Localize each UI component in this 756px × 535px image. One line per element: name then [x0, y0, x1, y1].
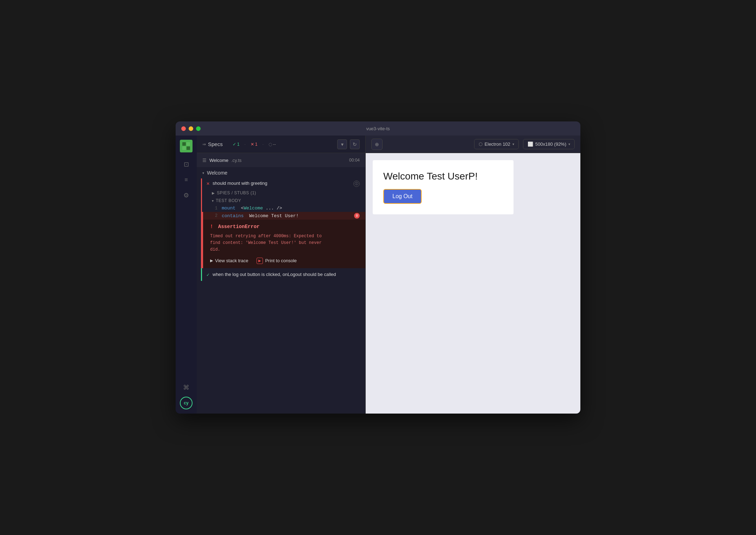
spec-header: ⇒ Specs ✓ 1 · ✕ 1 ·	[197, 136, 365, 153]
minimize-button[interactable]	[189, 126, 193, 131]
file-time: 00:04	[349, 158, 360, 163]
pass-test-row[interactable]: ✓ when the log out button is clicked, on…	[202, 270, 365, 279]
pass-count: 1	[237, 142, 240, 147]
maximize-button[interactable]	[196, 126, 201, 131]
target-button[interactable]: ⊕	[371, 139, 383, 150]
fail-count: 1	[255, 142, 258, 147]
print-icon: ▶	[257, 258, 263, 264]
arrow-right-icon: ▶	[210, 258, 213, 263]
app-window: vue3-vite-ts ⊡ ≡ ⚙	[176, 121, 580, 414]
cypress-logo[interactable]: cy	[180, 397, 193, 409]
print-label: Print to console	[265, 258, 297, 263]
window-title: vue3-vite-ts	[366, 126, 390, 131]
fail-test-label: should mount with greeting	[213, 181, 351, 186]
test-body-label-text: TEST BODY	[216, 198, 241, 203]
error-title: ! AssertionError	[210, 224, 360, 229]
view-stack-button[interactable]: ▶ View stack trace	[210, 258, 248, 264]
info-button[interactable]: ⓘ	[353, 181, 360, 187]
logo-block-tr	[187, 142, 190, 146]
pass-icon: ✓	[206, 272, 210, 277]
preview-panel: ⊕ ⬡ Electron 102 ▾ ⬜ 500x180 (92%) ▾	[366, 136, 580, 414]
target-icon: ⊕	[375, 141, 379, 147]
stat-sep-1: ·	[244, 142, 245, 147]
browser-icon: ⬡	[479, 141, 483, 147]
exclaim-icon: !	[210, 224, 213, 229]
dropdown-button[interactable]: ▾	[337, 139, 347, 149]
refresh-button[interactable]: ↻	[350, 139, 360, 149]
preview-frame: Welcome Test UserP! Log Out	[373, 160, 514, 214]
pass-stat: ✓ 1	[230, 141, 242, 147]
passing-section: ✓ when the log out button is clicked, on…	[201, 268, 365, 281]
line-num-1: 1	[212, 206, 218, 211]
pending-count: --	[273, 142, 276, 147]
expand-arrow-icon: ▶	[212, 191, 215, 195]
logout-button[interactable]: Log Out	[383, 189, 422, 204]
file-name: Welcome	[209, 158, 228, 163]
file-ext: .cy.ts	[231, 158, 241, 163]
settings-icon: ⚙	[183, 191, 189, 199]
spec-panel: ⇒ Specs ✓ 1 · ✕ 1 ·	[197, 136, 366, 414]
viewport-selector[interactable]: ⬜ 500x180 (92%) ▾	[523, 139, 575, 149]
failing-section: ✕ should mount with greeting ⓘ ▶ SPIES /…	[201, 178, 365, 268]
suite-header: ▾ Welcome	[197, 167, 365, 178]
fail-test-row[interactable]: ✕ should mount with greeting ⓘ	[202, 178, 365, 189]
fail-icon: ✕	[206, 181, 210, 186]
error-badge: 0	[354, 213, 360, 219]
test-content: ▾ Welcome ✕ should mount with greeting ⓘ	[197, 167, 365, 414]
suite-chevron-icon: ▾	[202, 171, 204, 175]
list-icon: ≡	[184, 177, 188, 183]
error-message: Timed out retrying after 4000ms: Expecte…	[210, 233, 360, 253]
sidebar-bottom: ⌘ cy	[180, 381, 193, 409]
cy-label: cy	[184, 401, 188, 405]
viewport-chevron-icon: ▾	[568, 142, 570, 146]
sidebar-item-code[interactable]: ⊡	[180, 158, 193, 171]
pending-stat: ◌ --	[266, 141, 279, 147]
arrow-icon: ⇒	[202, 142, 206, 147]
spies-stubs-label: SPIES / STUBS (1)	[217, 190, 256, 195]
spec-title-label: Specs	[208, 141, 223, 147]
error-actions: ▶ View stack trace ▶ Print to console	[210, 258, 360, 264]
traffic-lights	[181, 126, 201, 131]
file-bar: ☰ Welcome .cy.ts 00:04	[197, 153, 365, 167]
main-panel: ⇒ Specs ✓ 1 · ✕ 1 ·	[197, 136, 580, 414]
sidebar: ⊡ ≡ ⚙ ⌘ cy	[176, 136, 197, 414]
view-stack-label: View stack trace	[215, 258, 248, 263]
test-body-chevron-icon: ▾	[212, 199, 214, 203]
error-box: ! AssertionError Timed out retrying afte…	[202, 220, 365, 268]
browser-label: Electron 102	[485, 141, 510, 147]
sidebar-item-list[interactable]: ≡	[180, 174, 193, 186]
keyboard-icon: ⌘	[183, 384, 189, 391]
spec-stats: ✓ 1 · ✕ 1 · ◌ --	[230, 141, 279, 147]
logo-block-br	[187, 146, 190, 150]
sidebar-item-settings[interactable]: ⚙	[180, 189, 193, 202]
test-body-row[interactable]: ▾ TEST BODY	[202, 197, 365, 204]
stat-sep-2: ·	[262, 142, 263, 147]
spec-title: ⇒ Specs	[202, 141, 223, 147]
titlebar: vue3-vite-ts	[176, 121, 580, 136]
error-title-text: AssertionError	[218, 224, 260, 229]
header-actions: ▾ ↻	[337, 139, 360, 149]
sidebar-logo[interactable]	[180, 140, 193, 152]
line-num-2: 2	[212, 213, 218, 218]
browser-chevron-icon: ▾	[512, 142, 514, 146]
chevron-down-icon: ▾	[341, 141, 344, 147]
code-icon: ⊡	[184, 160, 189, 168]
file-icon: ☰	[202, 158, 207, 163]
app-body: ⊡ ≡ ⚙ ⌘ cy	[176, 136, 580, 414]
viewport-label: 500x180 (92%)	[535, 141, 566, 147]
viewport-icon: ⬜	[528, 141, 533, 147]
code-line-2[interactable]: 2 contains Welcome Test User! 0	[202, 212, 365, 220]
suite-label: Welcome	[207, 170, 227, 176]
spies-stubs-row[interactable]: ▶ SPIES / STUBS (1)	[202, 189, 365, 197]
browser-selector[interactable]: ⬡ Electron 102 ▾	[474, 139, 519, 149]
close-button[interactable]	[181, 126, 186, 131]
fail-stat: ✕ 1	[248, 141, 260, 147]
refresh-icon: ↻	[353, 141, 357, 147]
line-code-1: mount <Welcome ... />	[222, 206, 282, 211]
code-line-1[interactable]: 1 mount <Welcome ... />	[202, 204, 365, 212]
logo-block-bl	[182, 146, 186, 150]
preview-heading: Welcome Test UserP!	[383, 171, 503, 182]
check-icon: ✓	[233, 142, 236, 147]
sidebar-item-keyboard[interactable]: ⌘	[180, 381, 193, 394]
print-console-button[interactable]: ▶ Print to console	[257, 258, 297, 264]
